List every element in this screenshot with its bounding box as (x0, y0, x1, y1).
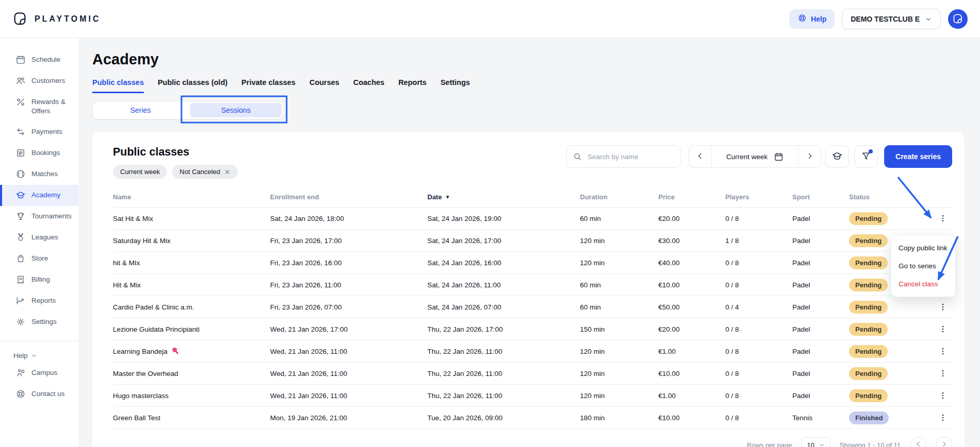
sidebar-item-tournaments[interactable]: Tournaments (0, 206, 78, 227)
cell-enrollment-end: Fri, 23 Jan 2026, 16:00 (270, 259, 427, 267)
chevron-down-icon (925, 15, 932, 23)
cell-name: Saturday Hit & Mix (113, 237, 270, 245)
cell-date: Sat, 24 Jan 2026, 11:00 (427, 281, 580, 289)
column-header-date[interactable]: Date▼ (427, 193, 580, 201)
row-actions-button[interactable] (936, 211, 950, 226)
chevron-left-icon (696, 152, 704, 162)
cell-duration: 120 min (580, 259, 658, 267)
toggle-option-series[interactable]: Series (94, 103, 187, 117)
chevron-right-icon (940, 440, 948, 447)
sidebar-item-rewards-offers[interactable]: Rewards & Offers (0, 92, 78, 122)
filter-button[interactable] (854, 145, 878, 168)
sidebar-help-toggle[interactable]: Help (0, 349, 41, 363)
create-series-button[interactable]: Create series (884, 145, 952, 168)
sidebar-item-campus[interactable]: Campus (0, 363, 78, 384)
trophy-icon (15, 211, 26, 221)
sidebar-item-schedule[interactable]: Schedule (0, 49, 78, 71)
cell-sport: Padel (792, 259, 849, 267)
sidebar-item-payments[interactable]: Payments (0, 122, 78, 143)
sidebar-item-settings[interactable]: Settings (0, 312, 78, 333)
sidebar-item-matches[interactable]: Matches (0, 164, 78, 185)
next-page-button[interactable] (936, 437, 952, 447)
cell-enrollment-end: Fri, 23 Jan 2026, 17:00 (270, 237, 427, 245)
tab-courses[interactable]: Courses (309, 78, 339, 93)
help-button[interactable]: Help (789, 9, 835, 29)
receipt-icon (15, 274, 26, 285)
graduation-cap-icon (15, 190, 26, 200)
row-actions-button[interactable] (936, 322, 950, 336)
sidebar-item-customers[interactable]: Customers (0, 71, 78, 92)
column-header-name[interactable]: Name (113, 193, 270, 201)
cell-duration: 120 min (580, 348, 658, 355)
column-header-duration[interactable]: Duration (580, 193, 658, 201)
club-selector[interactable]: DEMO TESTCLUB E (842, 9, 941, 29)
column-header-price[interactable]: Price (658, 193, 725, 201)
cell-name: Hit & Mix (113, 281, 270, 289)
sidebar-item-reports[interactable]: Reports (0, 290, 78, 312)
row-actions-button[interactable] (936, 344, 950, 358)
prev-page-button[interactable] (910, 437, 926, 447)
tab-reports[interactable]: Reports (398, 78, 427, 93)
column-header-players[interactable]: Players (725, 193, 792, 201)
toggle-option-sessions[interactable]: Sessions (190, 103, 282, 117)
week-selector-label: Current week (726, 153, 768, 161)
playtomic-logo-icon (12, 11, 28, 27)
classes-table: NameEnrollment endDate▼DurationPricePlay… (113, 187, 952, 429)
cell-status: Pending (849, 212, 925, 225)
menu-item-cancel-class[interactable]: Cancel class (891, 275, 955, 293)
cell-enrollment-end: Wed, 21 Jan 2026, 11:00 (270, 348, 427, 355)
prev-week-button[interactable] (689, 146, 712, 167)
rows-per-page-select[interactable]: 10 (801, 437, 830, 447)
sidebar-item-billing[interactable]: Billing (0, 269, 78, 290)
sidebar-item-label: Rewards & Offers (31, 97, 74, 116)
column-header-enrollment-end[interactable]: Enrollment end (270, 193, 427, 201)
academy-quick-button[interactable] (825, 145, 849, 168)
cell-duration: 60 min (580, 281, 658, 289)
row-actions-button[interactable] (936, 366, 950, 381)
chip-label: Not Canceled (179, 168, 220, 176)
avatar[interactable] (948, 9, 968, 29)
status-badge: Pending (849, 256, 888, 269)
row-actions-button[interactable] (936, 410, 950, 425)
menu-item-go-to-series[interactable]: Go to series (891, 257, 955, 275)
cell-sport: Padel (792, 325, 849, 333)
cell-sport: Padel (792, 392, 849, 400)
row-actions-button[interactable] (936, 300, 950, 314)
next-week-button[interactable] (798, 146, 821, 167)
menu-item-copy-public-link[interactable]: Copy public link (891, 239, 955, 257)
cell-status: Pending (849, 345, 925, 358)
cell-enrollment-end: Wed, 21 Jan 2026, 11:00 (270, 370, 427, 377)
cell-players: 0 / 8 (725, 281, 792, 289)
cell-players: 0 / 8 (725, 215, 792, 222)
tab-public-classes-old[interactable]: Public classes (old) (158, 78, 227, 93)
cell-name: Hugo masterclass (113, 392, 270, 400)
tab-private-classes[interactable]: Private classes (241, 78, 295, 93)
campus-icon (15, 368, 26, 378)
column-header-status[interactable]: Status (849, 193, 925, 201)
cell-date: Tue, 20 Jan 2026, 09:00 (427, 414, 580, 422)
row-actions-button[interactable] (936, 388, 950, 403)
week-selector[interactable]: Current week (712, 146, 798, 167)
cell-date: Thu, 22 Jan 2026, 11:00 (427, 392, 580, 400)
sidebar-item-leagues[interactable]: Leagues (0, 227, 78, 248)
close-icon[interactable] (224, 169, 230, 175)
column-header-sport[interactable]: Sport (792, 193, 849, 201)
tab-public-classes[interactable]: Public classes (92, 78, 144, 93)
pagination-range: Showing 1 - 10 of 11 (840, 441, 901, 447)
table-body: Sat Hit & MixSat, 24 Jan 2026, 18:00Sat,… (113, 208, 952, 429)
sidebar-item-bookings[interactable]: Bookings (0, 143, 78, 164)
shopping-bag-icon (15, 253, 26, 264)
cell-name: Learning Bandeja (113, 347, 270, 356)
cell-players: 0 / 8 (725, 259, 792, 267)
sidebar-item-contact-us[interactable]: Contact us (0, 384, 78, 405)
search-input[interactable] (587, 152, 674, 161)
sidebar-item-store[interactable]: Store (0, 248, 78, 269)
cell-name: Green Ball Test (113, 414, 270, 422)
cell-name: Sat Hit & Mix (113, 215, 270, 222)
status-badge: Pending (849, 345, 888, 358)
swap-icon (15, 127, 26, 137)
tab-settings[interactable]: Settings (440, 78, 470, 93)
tab-coaches[interactable]: Coaches (353, 78, 384, 93)
sidebar-item-academy[interactable]: Academy (0, 185, 78, 206)
app-root: PLAYTOMIC Help DEMO TESTCLUB E (0, 0, 980, 447)
